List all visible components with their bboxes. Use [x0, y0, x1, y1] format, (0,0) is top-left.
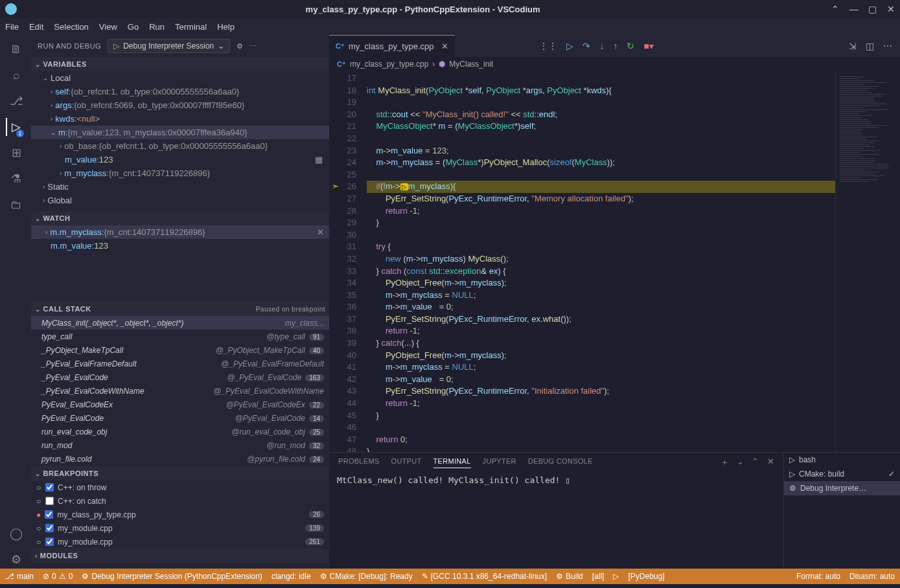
split-editor-icon[interactable]: ◫: [866, 41, 874, 51]
disasm-indicator[interactable]: Disasm: auto: [849, 572, 895, 581]
callstack-frame[interactable]: type_call@type_call91: [31, 330, 329, 343]
debug-config-dropdown[interactable]: ▷ Debug Interpreter Session ⌄: [108, 39, 230, 53]
build-indicator[interactable]: ⚙ Build: [556, 572, 583, 581]
test-icon[interactable]: ⚗: [6, 170, 25, 188]
menu-go[interactable]: Go: [128, 22, 139, 32]
panel-tab-debug-console[interactable]: DEBUG CONSOLE: [528, 457, 593, 468]
close-panel-icon[interactable]: ✕: [767, 457, 774, 468]
more-icon[interactable]: ⋯: [249, 42, 257, 51]
editor-tab[interactable]: C⁺ my_class_py_type.cpp ✕: [329, 35, 455, 57]
variable-row[interactable]: m_value: 123▦: [31, 153, 329, 166]
callstack-frame[interactable]: MyClass_init(_object*, _object*, _object…: [31, 316, 329, 330]
callstack-frame[interactable]: _PyEval_EvalFrameDefault@_PyEval_EvalFra…: [31, 357, 329, 370]
breakpoint-checkbox[interactable]: [45, 510, 53, 519]
terminal-list-item[interactable]: ▷CMake: build✓: [784, 467, 900, 481]
variable-row[interactable]: ⌄m: {m_value:123, m_myclass:0x00007fffea…: [31, 126, 329, 139]
maximize-panel-icon[interactable]: ⌃: [752, 457, 759, 468]
step-over-icon[interactable]: ↷: [583, 41, 590, 51]
terminal-list-item[interactable]: ⚙Debug Interprete…: [784, 481, 900, 495]
extensions-icon[interactable]: ⊞: [6, 144, 25, 162]
breadcrumbs[interactable]: C⁺ my_class_py_type.cpp › ⬢ MyClass_init: [329, 57, 900, 71]
menu-help[interactable]: Help: [217, 22, 235, 32]
menu-run[interactable]: Run: [149, 22, 165, 32]
scope-static[interactable]: ›Static: [31, 180, 329, 194]
cmake-indicator[interactable]: ⚙ CMake: [Debug]: Ready: [320, 572, 413, 581]
breakpoint-checkbox[interactable]: [45, 537, 54, 546]
breakpoint-checkbox[interactable]: [45, 483, 54, 492]
breakpoint-checkbox[interactable]: [45, 524, 54, 532]
continue-icon[interactable]: ▷: [566, 41, 573, 51]
breakpoint-row[interactable]: ○C++: on throw: [31, 481, 329, 494]
more-actions-icon[interactable]: ⋯: [883, 41, 892, 51]
terminal-list-item[interactable]: ▷bash: [784, 453, 900, 467]
breakpoint-row[interactable]: ○my_module.cpp139: [31, 521, 329, 535]
debug-session-indicator[interactable]: ⚙ Debug Interpreter Session (PythonCppEx…: [82, 572, 262, 581]
menu-selection[interactable]: Selection: [54, 22, 88, 32]
breakpoint-row[interactable]: ○C++: on catch: [31, 494, 329, 508]
account-icon[interactable]: ◯: [6, 525, 25, 543]
terminal-output[interactable]: MtClass_new() called! MyClass_init() cal…: [329, 472, 783, 569]
scope-local[interactable]: ⌄Local: [31, 71, 329, 85]
run-debug-icon[interactable]: ▷1: [6, 118, 24, 136]
gear-icon[interactable]: ⚙: [237, 42, 243, 51]
callstack-frame[interactable]: pyrun_file.cold@pyrun_file.cold24: [31, 452, 329, 466]
file-icon[interactable]: 🗀: [6, 196, 25, 214]
panel-tab-terminal[interactable]: TERMINAL: [433, 457, 471, 468]
callstack-frame[interactable]: PyEval_EvalCode@PyEval_EvalCode14: [31, 411, 329, 425]
callstack-frame[interactable]: run_eval_code_obj@run_eval_code_obj25: [31, 425, 329, 438]
variable-row[interactable]: ›self: {ob_refcnt:1, ob_type:0x000055555…: [31, 85, 329, 98]
minimap[interactable]: [835, 71, 900, 452]
problems-indicator[interactable]: ⊘ 0 ⚠ 0: [43, 572, 73, 581]
callstack-frame[interactable]: PyEval_EvalCodeEx@PyEval_EvalCodeEx22: [31, 398, 329, 411]
variable-row[interactable]: ›m_myclass: {m_cnt:140737119226896}: [31, 166, 329, 180]
panel-tab-jupyter[interactable]: JUPYTER: [483, 457, 516, 468]
source-control-icon[interactable]: ⎇: [6, 92, 25, 110]
terminal-dropdown-icon[interactable]: ⌄: [737, 457, 744, 468]
pydebug-indicator[interactable]: [PyDebug]: [628, 572, 664, 581]
restart-icon[interactable]: ↻: [627, 41, 634, 51]
launch-indicator[interactable]: ▷: [613, 572, 619, 581]
breakpoints-header[interactable]: ⌄BREAKPOINTS: [31, 466, 329, 481]
callstack-frame[interactable]: _PyEval_EvalCodeWithName@_PyEval_EvalCod…: [31, 384, 329, 398]
new-terminal-icon[interactable]: ＋: [721, 457, 729, 468]
window-minimize-icon[interactable]: —: [849, 4, 859, 14]
watch-add-icon[interactable]: ▦: [315, 155, 323, 164]
code-editor[interactable]: 1718192021222324252627282930313233343536…: [329, 71, 900, 452]
stop-icon[interactable]: ■▾: [643, 41, 653, 51]
callstack-header[interactable]: ⌄CALL STACKPaused on breakpoint: [31, 302, 329, 316]
menu-view[interactable]: View: [99, 22, 117, 32]
callstack-frame[interactable]: run_mod@run_mod32: [31, 438, 329, 452]
variable-row[interactable]: ›kwds: <null>: [31, 112, 329, 126]
step-out-icon[interactable]: ↑: [613, 41, 617, 51]
scope-global[interactable]: ›Global: [31, 194, 329, 207]
close-tab-icon[interactable]: ✕: [441, 41, 448, 51]
window-maximize-icon[interactable]: ▢: [868, 4, 877, 14]
format-indicator[interactable]: Format: auto: [796, 572, 840, 581]
search-icon[interactable]: ⌕: [6, 66, 25, 84]
menu-file[interactable]: File: [5, 22, 19, 32]
target-indicator[interactable]: [all]: [592, 572, 605, 581]
breakpoint-row[interactable]: ○my_module.cpp261: [31, 535, 329, 548]
variable-row[interactable]: ›ob_base: {ob_refcnt:1, ob_type:0x000055…: [31, 139, 329, 153]
watch-row[interactable]: m.m_value: 123: [31, 239, 329, 253]
watch-header[interactable]: ⌄WATCH: [31, 211, 329, 225]
modules-header[interactable]: ›MODULES: [31, 548, 329, 563]
panel-tab-problems[interactable]: PROBLEMS: [338, 457, 380, 468]
branch-indicator[interactable]: ⎇ main: [5, 572, 34, 581]
breakpoint-checkbox[interactable]: [45, 497, 54, 505]
window-close-icon[interactable]: ✕: [887, 4, 895, 14]
step-into-icon[interactable]: ↓: [599, 41, 604, 51]
gcc-indicator[interactable]: ✎ [GCC 10.3.1 x86_64-redhat-linux]: [422, 572, 547, 581]
breakpoint-row[interactable]: ●my_class_py_type.cpp26: [31, 508, 329, 521]
callstack-frame[interactable]: _PyObject_MakeTpCall@_PyObject_MakeTpCal…: [31, 343, 329, 357]
line-gutter[interactable]: 1718192021222324252627282930313233343536…: [329, 71, 367, 452]
window-more-icon[interactable]: ⌃: [831, 4, 839, 14]
remove-watch-icon[interactable]: ✕: [317, 227, 324, 237]
compare-icon[interactable]: ⇲: [849, 41, 857, 51]
explorer-icon[interactable]: 🗎: [6, 40, 25, 58]
gear-icon[interactable]: ⚙: [6, 550, 25, 569]
variables-header[interactable]: ⌄VARIABLES: [31, 57, 329, 71]
drag-handle-icon[interactable]: ⋮⋮: [539, 41, 557, 51]
panel-tab-output[interactable]: OUTPUT: [391, 457, 422, 468]
menu-edit[interactable]: Edit: [29, 22, 43, 32]
